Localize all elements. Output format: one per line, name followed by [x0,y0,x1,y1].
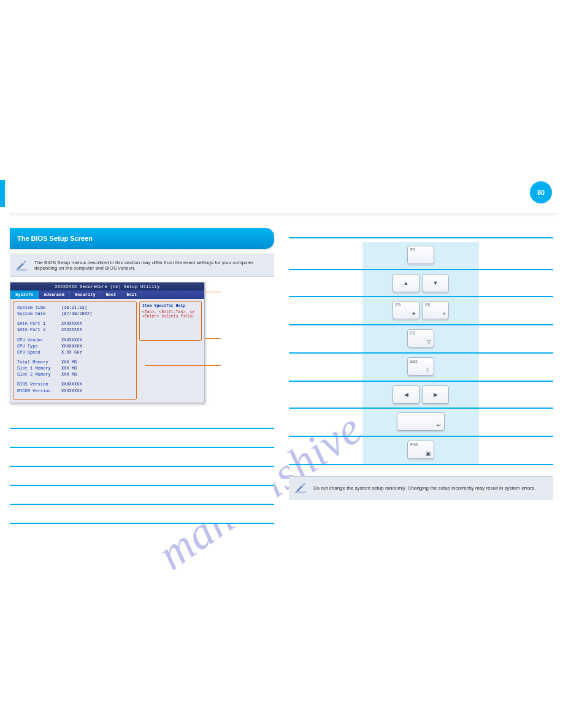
bios-help-panel: Item Specific Help <Tab>, <Shift-Tab>, o… [139,301,202,341]
key-desc: Select item / enter sub-menu [479,408,553,436]
bios-key: Slot 2 Memory [17,371,61,377]
key-name: Enter [289,408,362,436]
bios-value: XXXXXXXX [61,337,82,343]
cell-desc: Used to exit the Setup either saving the… [76,504,274,523]
bios-tab-boot[interactable]: Boot [101,290,122,299]
bios-main-panel: System Time[10:21:53]System Date[07/30/2… [13,301,137,400]
key-name: F10 [289,436,362,464]
bios-row: MICOM VersionXXXXXXXX [17,388,132,394]
bios-key: Slot 1 Memory [17,365,61,371]
bios-tab-advanced[interactable]: Advanced [39,290,70,299]
svg-rect-0 [16,269,27,271]
bios-key: System Date [17,311,61,317]
key-name: F9 [289,325,362,353]
keycap-enter-icon: ↵ [397,412,445,431]
key-name: Up/Down [289,270,362,297]
bios-key: BIOS Version [17,381,61,387]
bios-row: CPU VendorXXXXXXXX [17,337,132,343]
keycap-f10-icon: F10▣ [407,441,434,459]
bios-value: XXXXXXXX [61,327,82,333]
bios-value: [10:21:53] [61,305,87,311]
key-desc: Load default configuration [479,325,553,353]
left-column: The BIOS Setup Screen The BIOS Setup men… [10,228,274,524]
cell-menu: Security [10,466,76,485]
key-name: F1 [289,242,362,270]
table-row: AdvancedUsing this menu, you can configu… [10,447,274,466]
th-menu: Menu [10,414,76,428]
key-row: F9F9▽Load default configuration [289,325,553,353]
key-visual: F5✦F6× [362,297,479,325]
bios-row: CPU SpeedX.XX GHz [17,349,132,355]
bios-row: Slot 1 MemoryXXX MB [17,365,132,371]
bios-value: XXXXXXXX [61,343,82,349]
bios-value: X.XX GHz [61,349,82,355]
key-visual: F1 [362,242,479,270]
key-name: Left/Right [289,381,362,408]
table-row: SecurityUsed to configure the security f… [10,466,274,485]
table-row: SysInfoThis is a description of the basi… [10,428,274,447]
key-row: Enter↵Select item / enter sub-menu [289,408,553,436]
cell-desc: This menu enables you to configure perip… [76,485,274,504]
bios-key: System Time [17,305,61,311]
bios-value: XXX MB [61,365,77,371]
key-row: F1F1Help [289,242,553,270]
bios-row: Total MemoryXXX MB [17,359,132,365]
bios-tab-sysinfo[interactable]: SysInfo [10,290,39,299]
cell-menu: Exit [10,504,76,523]
bios-row: System Time[10:21:53] [17,305,132,311]
bios-row: Slot 2 MemoryXXX MB [17,371,132,377]
bios-key: SATA Port 1 [17,320,61,327]
keycap-right-icon: ▶ [422,385,449,404]
svg-rect-1 [295,491,306,493]
keycap-up-icon: ▲ [393,274,419,292]
bios-row: CPU TypeXXXXXXXX [17,343,132,349]
bios-key: CPU Speed [17,349,61,355]
setup-menu-table: Menu Description SysInfoThis is a descri… [10,414,274,524]
cell-desc: Using this menu, you can configure major… [76,447,274,466]
right-title: System Setup Keys [289,228,553,238]
note-box: The BIOS Setup menus described in this s… [10,254,274,277]
keycap-f6-icon: F6× [422,301,449,319]
cell-desc: Used to configure the security functions… [76,466,274,485]
keycap-down-icon: ▼ [422,274,449,292]
bios-help-title: Item Specific Help [142,304,199,308]
key-desc: Exit current menu [479,353,553,381]
bios-help-body: <Tab>, <Shift-Tab>, or <Enter> selects f… [142,310,199,319]
key-name: ESC [289,353,362,381]
bios-key: Total Memory [17,359,61,365]
key-desc: Change value [479,297,553,325]
callout-leader [145,365,221,366]
key-desc: Move [479,270,553,297]
keycap-f5-icon: F5✦ [393,301,419,319]
section-title-bar: The BIOS Setup Screen [10,228,274,249]
key-desc: Save & Exit Setup [479,436,553,464]
chapter-tab [0,180,5,207]
table-row: ExitUsed to exit the Setup either saving… [10,504,274,523]
page-number-badge: 80 [530,181,552,203]
bios-row: System Date[07/30/20XX] [17,311,132,317]
bios-tab-security[interactable]: Security [70,290,101,299]
header-rule [10,213,556,217]
note-box: Do not change the system setup randomly.… [289,476,553,499]
cell-menu: SysInfo [10,428,76,447]
note-pencil-icon [294,480,308,495]
keycap-esc-icon: Esc☾ [407,357,434,376]
bios-key: CPU Type [17,343,61,349]
key-row: Left/Right◀▶Select menu [289,381,553,408]
note-pencil-icon [15,258,29,273]
bios-value: XXXXXXXX [61,320,82,327]
key-row: Up/Down▲▼Move [289,270,553,297]
key-visual: ↵ [362,408,479,436]
bios-figure: XXXXXXXX SecureCore (tm) Setup Utility S… [10,282,274,404]
bios-key: MICOM Version [17,388,61,394]
bios-value: XXX MB [61,359,77,365]
key-visual: Esc☾ [362,353,479,381]
keycap-f9-icon: F9▽ [407,329,434,347]
right-column: System Setup Keys F1F1HelpUp/Down▲▼MoveF… [289,228,553,524]
bios-tab-exit[interactable]: Exit [121,290,142,299]
keycap-f1-icon: F1 [407,246,434,264]
key-name: F5/F6 [289,297,362,325]
bios-tabs: SysInfo Advanced Security Boot Exit [10,290,204,299]
bios-value: XXXXXXXX [61,381,82,387]
bios-key: CPU Vendor [17,337,61,343]
